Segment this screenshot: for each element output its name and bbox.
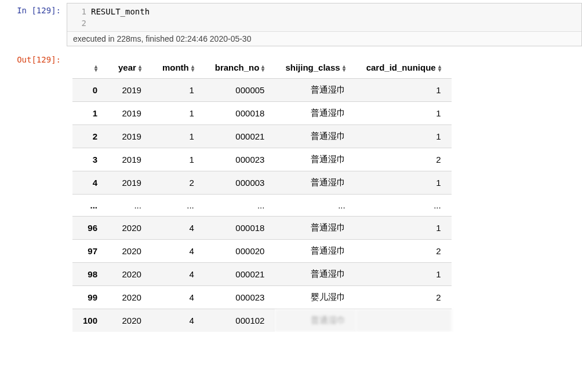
table-row: 420192000003普通湿巾1: [72, 171, 452, 195]
cell-index: 97: [72, 240, 108, 263]
cell-shijing-class: ...: [275, 195, 355, 217]
cell-branch-no: 000018: [205, 102, 275, 125]
cell-index: 99: [72, 286, 108, 309]
col-header-shijing-class[interactable]: shijing_class▴▾: [275, 57, 355, 79]
cell-month: 1: [152, 102, 205, 125]
cell-card-id-nunique: 1: [356, 79, 452, 102]
cell-card-id-nunique: 1: [356, 217, 452, 240]
cell-shijing-class: 普通湿巾: [275, 240, 355, 263]
cell-card-id-nunique: 2: [356, 148, 452, 171]
cell-month: 4: [152, 217, 205, 240]
cell-shijing-class: 普通湿巾: [275, 309, 355, 332]
cell-shijing-class: 普通湿巾: [275, 79, 355, 102]
output-area: ▴▾ year▴▾ month▴▾ branch_no▴▾ shijing_cl…: [67, 52, 582, 332]
execution-status: executed in 228ms, finished 02:24:46 202…: [67, 32, 581, 46]
cell-branch-no: 000003: [205, 171, 275, 195]
cell-branch-no: 000102: [205, 309, 275, 332]
sort-icon[interactable]: ▴▾: [343, 65, 345, 72]
table-header-row: ▴▾ year▴▾ month▴▾ branch_no▴▾ shijing_cl…: [72, 57, 452, 79]
cell-index: 3: [72, 148, 108, 171]
cell-month: 1: [152, 125, 205, 148]
cell-index: 96: [72, 217, 108, 240]
cell-card-id-nunique: 1: [356, 125, 452, 148]
cell-year: 2019: [108, 171, 152, 195]
sort-icon[interactable]: ▴▾: [261, 65, 264, 72]
code-editor[interactable]: 1 2 RESULT_month executed in 228ms, fini…: [67, 3, 582, 46]
table-row: 320191000023普通湿巾2: [72, 148, 452, 171]
cell-shijing-class: 普通湿巾: [275, 263, 355, 286]
cell-branch-no: ...: [205, 195, 275, 217]
cell-shijing-class: 婴儿湿巾: [275, 286, 355, 309]
code-text[interactable]: RESULT_month: [91, 6, 150, 29]
col-header-branch-no[interactable]: branch_no▴▾: [205, 57, 275, 79]
cell-year: 2020: [108, 309, 152, 332]
col-header-month[interactable]: month▴▾: [152, 57, 205, 79]
cell-year: 2020: [108, 286, 152, 309]
cell-month: 1: [152, 79, 205, 102]
cell-month: 2: [152, 171, 205, 195]
cell-shijing-class: 普通湿巾: [275, 125, 355, 148]
cell-index: 4: [72, 171, 108, 195]
input-cell: In [129]: 1 2 RESULT_month executed in 2…: [0, 0, 582, 49]
table-row: 10020204000102普通湿巾: [72, 309, 452, 332]
cell-shijing-class: 普通湿巾: [275, 171, 355, 195]
col-header-index[interactable]: ▴▾: [72, 57, 108, 79]
cell-month: 4: [152, 309, 205, 332]
table-row: 9620204000018普通湿巾1: [72, 217, 452, 240]
code-gutter: 1 2: [71, 6, 91, 29]
cell-card-id-nunique: 1: [356, 171, 452, 195]
cell-year: 2019: [108, 102, 152, 125]
cell-card-id-nunique: 1: [356, 102, 452, 125]
col-header-year[interactable]: year▴▾: [108, 57, 152, 79]
cell-shijing-class: 普通湿巾: [275, 102, 355, 125]
cell-month: 4: [152, 240, 205, 263]
cell-year: 2020: [108, 217, 152, 240]
cell-branch-no: 000021: [205, 263, 275, 286]
cell-shijing-class: 普通湿巾: [275, 148, 355, 171]
cell-year: 2020: [108, 263, 152, 286]
cell-branch-no: 000021: [205, 125, 275, 148]
code-line-area: 1 2 RESULT_month: [67, 3, 581, 32]
output-cell: Out[129]: ▴▾ year▴▾ month▴▾ branch_no▴▾ …: [0, 49, 582, 335]
cell-index: 2: [72, 125, 108, 148]
sort-icon[interactable]: ▴▾: [94, 65, 97, 72]
cell-index: 100: [72, 309, 108, 332]
cell-year: 2019: [108, 79, 152, 102]
gutter-line: 1: [71, 6, 86, 17]
table-row: 020191000005普通湿巾1: [72, 79, 452, 102]
cell-index: 98: [72, 263, 108, 286]
cell-branch-no: 000005: [205, 79, 275, 102]
table-row: 120191000018普通湿巾1: [72, 102, 452, 125]
cell-branch-no: 000023: [205, 286, 275, 309]
cell-year: 2020: [108, 240, 152, 263]
cell-month: 4: [152, 263, 205, 286]
dataframe-table: ▴▾ year▴▾ month▴▾ branch_no▴▾ shijing_cl…: [72, 57, 452, 332]
sort-icon[interactable]: ▴▾: [438, 65, 441, 72]
gutter-line: 2: [71, 17, 86, 29]
cell-year: 2019: [108, 125, 152, 148]
cell-month: ...: [152, 195, 205, 217]
sort-icon[interactable]: ▴▾: [139, 65, 141, 72]
input-prompt: In [129]:: [0, 3, 67, 46]
table-row: 9920204000023婴儿湿巾2: [72, 286, 452, 309]
table-row: 220191000021普通湿巾1: [72, 125, 452, 148]
output-prompt: Out[129]:: [0, 52, 67, 332]
col-header-card-id-nunique[interactable]: card_id_nunique▴▾: [356, 57, 452, 79]
table-row: 9820204000021普通湿巾1: [72, 263, 452, 286]
cell-branch-no: 000018: [205, 217, 275, 240]
cell-card-id-nunique: [356, 309, 452, 332]
cell-branch-no: 000020: [205, 240, 275, 263]
cell-index: 0: [72, 79, 108, 102]
cell-shijing-class: 普通湿巾: [275, 217, 355, 240]
cell-card-id-nunique: 2: [356, 286, 452, 309]
cell-card-id-nunique: 1: [356, 263, 452, 286]
cell-branch-no: 000023: [205, 148, 275, 171]
sort-icon[interactable]: ▴▾: [191, 65, 194, 72]
cell-year: ...: [108, 195, 152, 217]
cell-card-id-nunique: ...: [356, 195, 452, 217]
cell-index: 1: [72, 102, 108, 125]
cell-month: 4: [152, 286, 205, 309]
cell-index: ...: [72, 195, 108, 217]
cell-month: 1: [152, 148, 205, 171]
table-row: 9720204000020普通湿巾2: [72, 240, 452, 263]
